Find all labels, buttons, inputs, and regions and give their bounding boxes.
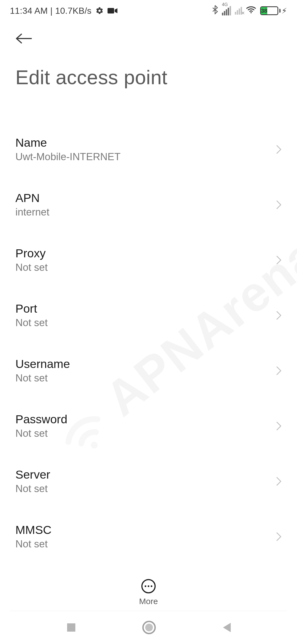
row-password[interactable]: Password Not set [15, 403, 282, 459]
row-label: Name [15, 136, 120, 149]
row-mmsc[interactable]: MMSC Not set [15, 514, 282, 569]
row-apn[interactable]: APN internet [15, 182, 282, 237]
settings-list: Name Uwt-Mobile-INTERNET APN internet Pr… [0, 127, 297, 605]
nav-recents-button[interactable] [65, 622, 77, 633]
signal-4g-icon: 4G [222, 6, 231, 15]
row-value: Uwt-Mobile-INTERNET [15, 151, 120, 163]
row-label: Password [15, 413, 67, 426]
row-value: Not set [15, 538, 51, 550]
chevron-right-icon [276, 255, 282, 265]
back-button[interactable] [15, 33, 33, 44]
row-value: Not set [15, 428, 67, 439]
status-bar-left: 11:34 AM | 10.7KB/s [10, 6, 117, 16]
row-name[interactable]: Name Uwt-Mobile-INTERNET [15, 127, 282, 182]
row-label: Proxy [15, 247, 48, 260]
circle-icon [142, 621, 156, 634]
page-title: Edit access point [15, 66, 282, 89]
chevron-right-icon [276, 200, 282, 209]
wifi-icon [246, 6, 256, 16]
chevron-right-icon [276, 421, 282, 431]
more-label: More [139, 597, 158, 606]
row-proxy[interactable]: Proxy Not set [15, 237, 282, 293]
status-time-net: 11:34 AM | 10.7KB/s [10, 6, 92, 16]
more-icon [141, 579, 156, 593]
row-label: Server [15, 468, 50, 481]
row-label: Port [15, 302, 48, 315]
triangle-left-icon [221, 622, 232, 633]
status-bar-right: 4G ✕ 38 ⚡︎ [212, 5, 287, 17]
row-label: Username [15, 357, 70, 371]
row-server[interactable]: Server Not set [15, 459, 282, 514]
status-bar: 11:34 AM | 10.7KB/s 4G ✕ [0, 0, 297, 20]
signal-nosim-icon: ✕ [235, 7, 242, 15]
chevron-right-icon [276, 145, 282, 154]
settings-gear-icon [95, 7, 104, 15]
nav-back-button[interactable] [221, 622, 232, 633]
battery-indicator: 38 ⚡︎ [260, 6, 287, 15]
action-bar: More [0, 574, 297, 608]
row-value: Not set [15, 483, 50, 495]
row-value: Not set [15, 317, 48, 329]
chevron-right-icon [276, 366, 282, 375]
arrow-left-icon [15, 33, 32, 44]
system-nav-bar [0, 611, 297, 644]
chevron-right-icon [276, 311, 282, 320]
chevron-right-icon [276, 477, 282, 486]
row-label: MMSC [15, 523, 51, 537]
more-button[interactable]: More [139, 579, 158, 606]
nav-home-button[interactable] [142, 621, 156, 634]
charging-bolt-icon: ⚡︎ [282, 6, 287, 15]
svg-point-2 [251, 12, 252, 13]
battery-percent: 38 [261, 7, 267, 14]
row-label: APN [15, 191, 49, 205]
camera-icon [108, 7, 117, 14]
status-time: 11:34 AM [10, 6, 48, 16]
svg-rect-4 [67, 623, 75, 632]
chevron-right-icon [276, 532, 282, 541]
status-netspeed: 10.7KB/s [55, 6, 92, 16]
square-icon [65, 622, 77, 633]
row-port[interactable]: Port Not set [15, 293, 282, 348]
row-value: internet [15, 206, 49, 218]
row-username[interactable]: Username Not set [15, 348, 282, 403]
row-value: Not set [15, 372, 70, 384]
bluetooth-icon [212, 5, 218, 17]
row-value: Not set [15, 262, 48, 273]
svg-point-6 [145, 624, 153, 631]
svg-rect-1 [108, 8, 114, 13]
